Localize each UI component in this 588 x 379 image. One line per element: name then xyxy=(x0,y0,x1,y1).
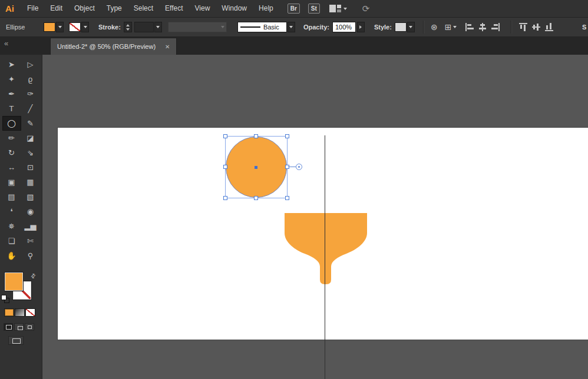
graphic-style-dropdown[interactable] xyxy=(395,22,415,32)
menu-file[interactable]: File xyxy=(21,0,44,17)
stepper-down-icon[interactable] xyxy=(126,28,130,31)
live-shape-pie-widget[interactable] xyxy=(296,164,302,170)
stroke-weight-stepper[interactable] xyxy=(124,22,132,32)
line-segment-tool[interactable]: ╱ xyxy=(21,101,40,116)
horizontal-align-group xyxy=(465,22,504,32)
stock-button[interactable]: St xyxy=(308,4,320,14)
scale-tool[interactable]: ⇘ xyxy=(21,145,40,160)
variable-width-profile-dropdown[interactable] xyxy=(168,22,227,32)
brush-chevron[interactable] xyxy=(288,22,295,32)
gradient-mode-button[interactable] xyxy=(15,308,25,317)
vertical-guide-line[interactable] xyxy=(325,135,325,379)
transform-panel-button[interactable]: ⊞ xyxy=(445,22,457,32)
align-middle-icon[interactable] xyxy=(531,22,541,32)
opacity-input[interactable]: 100% xyxy=(332,22,356,32)
draw-behind-button[interactable] xyxy=(14,323,24,331)
stroke-swatch[interactable] xyxy=(69,22,81,32)
style-chevron[interactable] xyxy=(407,22,415,32)
default-fill-stroke-icon[interactable] xyxy=(1,295,11,304)
close-icon[interactable]: ✕ xyxy=(165,44,170,50)
fill-swatch[interactable] xyxy=(44,22,55,32)
blend-icon: ◉ xyxy=(27,208,34,215)
menu-type[interactable]: Type xyxy=(101,0,128,17)
slice-tool[interactable]: ✄ xyxy=(21,234,40,248)
selection-handle[interactable] xyxy=(285,134,289,138)
gradient-tool[interactable]: ▧ xyxy=(21,190,40,204)
selection-handle[interactable] xyxy=(254,196,258,200)
menu-edit[interactable]: Edit xyxy=(44,0,68,17)
magic-wand-tool[interactable]: ✦ xyxy=(2,72,21,87)
fill-proxy-swatch[interactable] xyxy=(5,272,23,291)
document-tab[interactable]: Untitled-2* @ 50% (RGB/Preview) ✕ xyxy=(50,38,177,55)
opacity-dropdown-button[interactable] xyxy=(357,22,365,32)
hand-tool[interactable]: ✋ xyxy=(2,248,21,263)
artboard-tool[interactable]: ❏ xyxy=(2,234,21,248)
align-top-icon[interactable] xyxy=(518,22,528,32)
recolor-artwork-icon[interactable]: ⊛ xyxy=(431,22,438,32)
stepper-up-icon[interactable] xyxy=(126,24,130,26)
stroke-color-control[interactable] xyxy=(69,22,89,32)
pen-tool[interactable]: ✒ xyxy=(2,87,21,101)
fill-dropdown-button[interactable] xyxy=(56,22,64,32)
selection-handle[interactable] xyxy=(223,196,227,200)
brush-preview[interactable]: Basic xyxy=(237,22,287,32)
type-tool[interactable]: T xyxy=(2,101,21,116)
align-left-icon[interactable] xyxy=(465,22,474,32)
collapse-panel-icon[interactable]: « xyxy=(4,39,8,48)
canvas-area[interactable] xyxy=(42,55,588,379)
shape-center-point[interactable] xyxy=(255,166,257,169)
sync-icon[interactable]: ⟳ xyxy=(362,4,370,14)
stroke-weight-value[interactable] xyxy=(134,22,154,32)
ellipse-tool[interactable]: ◯ xyxy=(2,116,21,131)
draw-normal-button[interactable] xyxy=(4,323,13,331)
selection-handle[interactable] xyxy=(223,165,227,169)
width-icon: ↔ xyxy=(8,164,15,171)
bridge-button[interactable]: Br xyxy=(288,4,300,14)
eyedropper-tool[interactable]: ❛ xyxy=(2,204,21,219)
menu-effect[interactable]: Effect xyxy=(159,0,189,17)
shape-builder-tool[interactable]: ▣ xyxy=(2,175,21,190)
workspace-switcher[interactable] xyxy=(329,5,347,12)
free-transform-tool[interactable]: ⊡ xyxy=(21,160,40,175)
width-tool[interactable]: ↔ xyxy=(2,160,21,175)
align-center-icon[interactable] xyxy=(478,22,487,32)
align-bottom-icon[interactable] xyxy=(544,22,554,32)
curvature-tool[interactable]: ✑ xyxy=(21,87,40,101)
selection-tool[interactable]: ➤ xyxy=(2,57,21,72)
menu-object[interactable]: Object xyxy=(68,0,101,17)
artboard[interactable] xyxy=(58,128,588,340)
draw-inside-button[interactable] xyxy=(25,323,34,331)
menu-select[interactable]: Select xyxy=(128,0,159,17)
brush-definition-dropdown[interactable]: Basic xyxy=(237,22,295,32)
column-graph-icon: ▂▅ xyxy=(25,222,37,230)
blend-tool[interactable]: ◉ xyxy=(21,204,40,219)
paintbrush-tool[interactable]: ✎ xyxy=(21,116,40,131)
align-right-icon[interactable] xyxy=(491,22,500,32)
selection-handle[interactable] xyxy=(285,196,289,200)
eraser-tool[interactable]: ◪ xyxy=(21,131,40,145)
fill-color-control[interactable] xyxy=(44,22,64,32)
column-graph-tool[interactable]: ▂▅ xyxy=(21,219,40,234)
mesh-tool[interactable]: ▤ xyxy=(2,190,21,204)
rotate-tool[interactable]: ↻ xyxy=(2,145,21,160)
perspective-grid-tool[interactable]: ▦ xyxy=(21,175,40,190)
selection-handle[interactable] xyxy=(223,134,227,138)
color-mode-button[interactable] xyxy=(4,308,14,317)
lasso-tool[interactable]: ϱ xyxy=(21,72,40,87)
stroke-weight-chevron[interactable] xyxy=(154,22,162,32)
direct-selection-tool[interactable]: ▷ xyxy=(21,57,40,72)
screen-mode-button[interactable] xyxy=(8,336,24,345)
document-tab-bar: « Untitled-2* @ 50% (RGB/Preview) ✕ xyxy=(0,37,588,55)
selection-handle[interactable] xyxy=(254,134,258,138)
zoom-tool[interactable]: ⚲ xyxy=(21,248,40,263)
style-swatch[interactable] xyxy=(395,22,407,32)
symbol-sprayer-tool[interactable]: ✵ xyxy=(2,219,21,234)
menu-view[interactable]: View xyxy=(189,0,216,17)
menu-help[interactable]: Help xyxy=(253,0,279,17)
menu-window[interactable]: Window xyxy=(216,0,253,17)
swap-fill-stroke-icon[interactable]: ⇄ xyxy=(29,272,37,280)
none-mode-button[interactable] xyxy=(25,308,35,317)
pencil-tool[interactable]: ✏ xyxy=(2,131,21,145)
stroke-dropdown-button[interactable] xyxy=(81,22,89,32)
stroke-weight-dropdown[interactable] xyxy=(134,22,162,32)
